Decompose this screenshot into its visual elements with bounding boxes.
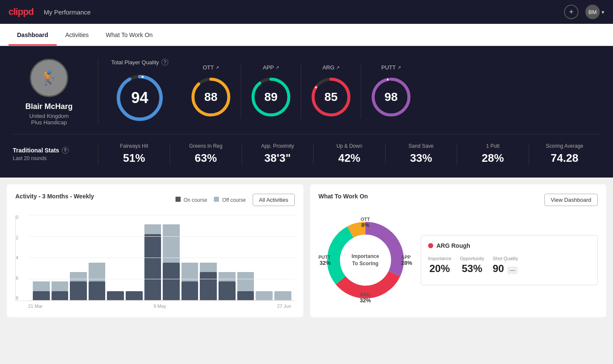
stat-sandsave: Sand Save 33% bbox=[385, 143, 457, 165]
wtwon-panel: What To Work On View Dashboard bbox=[310, 184, 607, 317]
off-course-bar bbox=[52, 281, 69, 291]
stats-grid: Fairways Hit 51% Greens In Reg 63% App. … bbox=[98, 143, 600, 165]
on-course-bar bbox=[144, 234, 161, 301]
user-menu[interactable]: BM ▾ bbox=[585, 5, 604, 19]
importance-metric: Importance 20% bbox=[428, 256, 452, 275]
tpq-circle: 94 bbox=[114, 72, 165, 123]
stat-scoring: Scoring Average 74.28 bbox=[529, 143, 600, 165]
avatar[interactable]: BM bbox=[585, 5, 600, 19]
bar-group bbox=[181, 215, 199, 301]
bar-group bbox=[89, 215, 106, 301]
on-course-bar bbox=[107, 291, 124, 301]
chart-grid: 8 6 4 2 0 bbox=[15, 215, 295, 301]
header-right: + BM ▾ bbox=[564, 5, 604, 19]
app-value: 89 bbox=[264, 90, 277, 104]
help-icon[interactable]: ? bbox=[161, 59, 168, 66]
on-course-bar bbox=[181, 281, 199, 301]
on-course-bar bbox=[33, 291, 50, 301]
all-activities-button[interactable]: All Activities bbox=[253, 194, 295, 206]
ts-help-icon[interactable]: ? bbox=[62, 147, 69, 154]
tpq-value: 94 bbox=[131, 89, 148, 107]
on-course-bar bbox=[163, 263, 180, 301]
tab-dashboard[interactable]: Dashboard bbox=[9, 24, 57, 46]
putt-value: 98 bbox=[384, 90, 397, 104]
on-course-bar bbox=[52, 291, 69, 301]
tpq-block: Total Player Quality ? 94 bbox=[98, 59, 181, 123]
score-circles: OTT ↗ 88 APP ↗ bbox=[181, 64, 600, 118]
stat-greens: Greens In Reg 63% bbox=[170, 143, 241, 165]
off-course-bar bbox=[89, 263, 106, 282]
dropdown-arrow: ▾ bbox=[601, 9, 604, 15]
on-course-bar bbox=[70, 281, 87, 301]
wtwon-title: What To Work On bbox=[319, 193, 368, 200]
off-course-bar bbox=[181, 263, 199, 282]
putt-arrow: ↗ bbox=[397, 65, 401, 70]
off-course-dot bbox=[214, 197, 219, 202]
player-info: 🏌️ Blair McHarg United Kingdom Plus Hand… bbox=[13, 59, 98, 126]
traditional-stats: Traditional Stats ? Last 20 rounds bbox=[13, 147, 98, 161]
header-left: clippd My Performance bbox=[9, 6, 91, 17]
view-dashboard-button[interactable]: View Dashboard bbox=[544, 194, 598, 206]
score-ott: OTT ↗ 88 bbox=[181, 64, 241, 118]
bar-group bbox=[126, 215, 143, 301]
putt-donut-label: PUTT 32% bbox=[319, 255, 331, 266]
app-donut-label: APP 28% bbox=[401, 255, 412, 266]
off-course-bar bbox=[70, 272, 87, 281]
nav-tabs: Dashboard Activities What To Work On bbox=[0, 24, 613, 46]
bar-group bbox=[219, 215, 236, 301]
bars-container bbox=[29, 215, 291, 301]
y-labels: 8 6 4 2 0 bbox=[16, 215, 18, 301]
bar-group bbox=[237, 215, 254, 301]
bar-group bbox=[70, 215, 87, 301]
hero-section: 🏌️ Blair McHarg United Kingdom Plus Hand… bbox=[0, 46, 613, 178]
bottom-panels: Activity - 3 Months - Weekly On course O… bbox=[0, 178, 613, 324]
on-course-bar bbox=[200, 272, 217, 301]
player-avatar: 🏌️ bbox=[30, 59, 68, 97]
wtwon-content: Importance To Scoring OTT 8% APP 28% ARG… bbox=[319, 213, 598, 307]
bar-group bbox=[144, 215, 161, 301]
shot-quality-badge: — bbox=[507, 267, 518, 274]
app-arrow: ↗ bbox=[276, 65, 279, 70]
off-course-bar bbox=[274, 291, 291, 301]
ott-value: 88 bbox=[204, 90, 217, 104]
add-button[interactable]: + bbox=[564, 5, 578, 19]
bar-group bbox=[163, 215, 180, 301]
off-course-bar bbox=[219, 272, 236, 281]
activity-title: Activity - 3 Months - Weekly bbox=[15, 193, 94, 200]
app-circle: 89 bbox=[250, 76, 292, 118]
off-course-bar bbox=[200, 263, 217, 272]
score-putt: PUTT ↗ 98 bbox=[361, 64, 421, 118]
opportunity-metric: Opportunity 53% bbox=[460, 256, 484, 275]
off-course-bar bbox=[237, 272, 254, 291]
score-app: APP ↗ 89 bbox=[241, 64, 301, 118]
scores-section: Total Player Quality ? 94 OTT bbox=[98, 59, 600, 123]
bar-group bbox=[200, 215, 217, 301]
info-card: ARG Rough Importance 20% Opportunity 53%… bbox=[421, 235, 598, 285]
ott-donut-label: OTT 8% bbox=[361, 217, 370, 228]
putt-circle: 98 bbox=[370, 76, 412, 118]
player-name: Blair McHarg bbox=[25, 102, 72, 111]
bar-group bbox=[256, 215, 273, 301]
x-labels: 21 Mar 9 May 27 Jun bbox=[15, 301, 295, 309]
chart-area: 8 6 4 2 0 21 Mar 9 Ma bbox=[15, 215, 295, 309]
bar-group bbox=[52, 215, 69, 301]
chart-legend: On course Off course bbox=[176, 197, 246, 203]
tab-what-to-work-on[interactable]: What To Work On bbox=[97, 24, 161, 46]
donut-center-text: Importance To Scoring bbox=[351, 253, 379, 267]
header: clippd My Performance + BM ▾ bbox=[0, 0, 613, 24]
tab-activities[interactable]: Activities bbox=[57, 24, 97, 46]
stat-1putt: 1 Putt 28% bbox=[457, 143, 528, 165]
info-metrics: Importance 20% Opportunity 53% Shot Qual… bbox=[428, 256, 591, 275]
off-course-bar bbox=[163, 224, 180, 262]
activity-header: Activity - 3 Months - Weekly On course O… bbox=[15, 193, 295, 206]
player-handicap: Plus Handicap bbox=[31, 119, 67, 126]
bar-group bbox=[107, 215, 124, 301]
stat-proximity: App. Proximity 38'3" bbox=[242, 143, 313, 165]
tpq-label: Total Player Quality ? bbox=[111, 59, 168, 66]
off-course-bar bbox=[33, 281, 50, 291]
info-card-title: ARG Rough bbox=[428, 242, 591, 249]
on-course-bar bbox=[126, 291, 143, 301]
donut-chart: Importance To Scoring OTT 8% APP 28% ARG… bbox=[319, 213, 412, 307]
on-course-bar bbox=[237, 291, 254, 301]
logo: clippd bbox=[9, 6, 34, 17]
